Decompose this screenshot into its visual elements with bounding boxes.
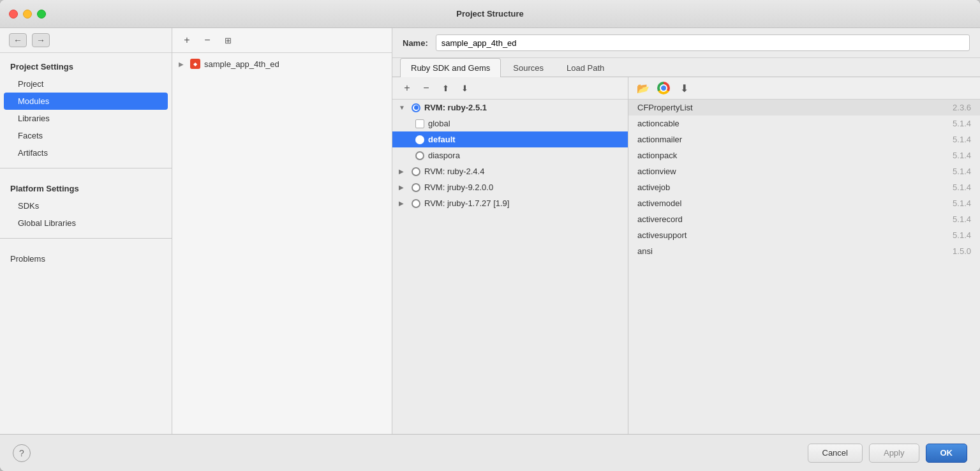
sdk-item-label: RVM: jruby-9.2.0.0: [424, 183, 621, 192]
sdk-item-label: RVM: jruby-1.7.27 [1.9]: [424, 198, 621, 208]
sdk-list-item[interactable]: ▶ RVM: ruby-2.4.4: [392, 163, 628, 179]
gem-version: 1.5.0: [953, 246, 971, 256]
gem-list-item[interactable]: actionview 5.1.4: [628, 163, 980, 179]
gem-name: activesupport: [637, 230, 949, 240]
gem-name: actionpack: [637, 151, 949, 160]
gem-name: CFPropertyList: [637, 103, 949, 112]
titlebar: Project Structure: [0, 0, 980, 28]
expand-icon: ▶: [399, 200, 408, 207]
download-icon: ⬇: [680, 82, 688, 94]
gem-list-item[interactable]: activejob 5.1.4: [628, 179, 980, 195]
gem-list-item[interactable]: ansi 1.5.0: [628, 243, 980, 259]
folder-open-icon: 📂: [637, 82, 650, 94]
sdk-list-item[interactable]: global: [392, 116, 628, 131]
main-window: Project Structure ← → Project Settings P…: [0, 0, 980, 471]
expand-icon: ▶: [399, 168, 408, 175]
gem-version: 5.1.4: [953, 198, 971, 208]
add-sdk-button[interactable]: +: [399, 81, 415, 95]
bottom-bar: ? Cancel Apply OK: [0, 434, 980, 471]
sdk-radio[interactable]: [412, 199, 420, 208]
add-module-button[interactable]: +: [179, 33, 195, 47]
sidebar: ← → Project Settings Project Modules Lib…: [0, 28, 172, 434]
move-up-sdk-button[interactable]: ⬆: [437, 81, 454, 95]
help-button[interactable]: ?: [13, 444, 31, 462]
sdk-radio[interactable]: [415, 151, 424, 160]
sidebar-divider: [0, 168, 172, 168]
gem-version: 5.1.4: [953, 135, 971, 144]
sdk-toolbar: + − ⬆ ⬇: [392, 77, 628, 100]
expand-icon: ▶: [399, 184, 408, 191]
gem-list-item[interactable]: actioncable 5.1.4: [628, 116, 980, 131]
chrome-button[interactable]: [655, 81, 672, 95]
gem-name: ansi: [637, 246, 949, 256]
gem-version: 5.1.4: [953, 119, 971, 128]
tab-load-path[interactable]: Load Path: [556, 58, 615, 77]
forward-button[interactable]: →: [32, 33, 50, 47]
sdk-list-item[interactable]: ▼ RVM: ruby-2.5.1: [392, 100, 628, 116]
gem-list-item[interactable]: CFPropertyList 2.3.6: [628, 100, 980, 116]
gem-list-item[interactable]: activerecord 5.1.4: [628, 211, 980, 227]
sidebar-item-modules[interactable]: Modules: [4, 93, 168, 110]
sdk-radio[interactable]: [412, 103, 420, 112]
content-area: + − ⊞ ▶ sample_app_4th_ed Name:: [172, 28, 980, 434]
maximize-button[interactable]: [37, 10, 46, 19]
tab-sources[interactable]: Sources: [502, 58, 554, 77]
module-tree-label: sample_app_4th_ed: [204, 59, 279, 69]
sidebar-item-project[interactable]: Project: [0, 75, 172, 93]
tree-arrow-icon: ▶: [179, 61, 186, 68]
close-button[interactable]: [9, 10, 18, 19]
tabs-bar: Ruby SDK and Gems Sources Load Path: [392, 58, 980, 77]
gem-name: activemodel: [637, 198, 949, 208]
bottom-actions: Cancel Apply OK: [808, 444, 968, 463]
sidebar-nav: ← →: [0, 28, 172, 53]
tree-toolbar: + − ⊞: [172, 28, 392, 53]
name-input[interactable]: [436, 34, 970, 51]
gem-name: actionview: [637, 167, 949, 176]
sdk-radio[interactable]: [412, 167, 420, 176]
gems-right-toolbar: 📂 ⬇: [628, 77, 980, 100]
ok-button[interactable]: OK: [926, 444, 968, 463]
tab-ruby-sdk[interactable]: Ruby SDK and Gems: [400, 58, 501, 77]
module-tree-item[interactable]: ▶ sample_app_4th_ed: [172, 56, 392, 72]
sidebar-item-artifacts[interactable]: Artifacts: [0, 144, 172, 161]
open-folder-button[interactable]: 📂: [635, 81, 651, 95]
sdk-checkbox[interactable]: [415, 119, 424, 128]
module-icon: [190, 59, 200, 69]
sdk-list-item-selected[interactable]: default: [392, 131, 628, 147]
apply-button[interactable]: Apply: [869, 444, 919, 463]
gems-panel: + − ⬆ ⬇ ▼ RVM: ruby-2.5.1: [392, 77, 980, 434]
gem-name: activerecord: [637, 214, 949, 224]
minimize-button[interactable]: [23, 10, 32, 19]
sidebar-item-libraries[interactable]: Libraries: [0, 110, 172, 127]
gem-list-item[interactable]: activesupport 5.1.4: [628, 227, 980, 243]
sidebar-divider-2: [0, 238, 172, 239]
remove-sdk-button[interactable]: −: [418, 81, 434, 95]
sdk-item-label: default: [428, 135, 621, 144]
sdk-item-label: diaspora: [428, 151, 621, 160]
cancel-button[interactable]: Cancel: [808, 444, 863, 463]
main-content: ← → Project Settings Project Modules Lib…: [0, 28, 980, 434]
sidebar-item-facets[interactable]: Facets: [0, 127, 172, 144]
sidebar-item-sdks[interactable]: SDKs: [0, 197, 172, 214]
gem-list-item[interactable]: activemodel 5.1.4: [628, 195, 980, 211]
sdk-radio[interactable]: [412, 183, 420, 192]
gem-version: 2.3.6: [953, 103, 971, 112]
remove-module-button[interactable]: −: [199, 33, 216, 47]
download-gem-button[interactable]: ⬇: [676, 81, 692, 95]
sidebar-item-global-libraries[interactable]: Global Libraries: [0, 214, 172, 232]
gem-list-item[interactable]: actionmailer 5.1.4: [628, 131, 980, 147]
move-down-sdk-button[interactable]: ⬇: [456, 81, 473, 95]
sidebar-item-problems[interactable]: Problems: [0, 245, 172, 267]
copy-module-button[interactable]: ⊞: [219, 33, 236, 47]
module-tree-panel: + − ⊞ ▶ sample_app_4th_ed: [172, 28, 392, 434]
traffic-lights: [9, 10, 46, 19]
sdk-list-item[interactable]: diaspora: [392, 147, 628, 163]
gem-list-item[interactable]: actionpack 5.1.4: [628, 147, 980, 163]
sdk-radio[interactable]: [415, 135, 424, 144]
back-button[interactable]: ←: [9, 33, 27, 47]
platform-settings-heading: Platform Settings: [0, 175, 172, 197]
project-settings-heading: Project Settings: [0, 53, 172, 75]
sdk-list-item[interactable]: ▶ RVM: jruby-9.2.0.0: [392, 179, 628, 195]
sdk-list-item[interactable]: ▶ RVM: jruby-1.7.27 [1.9]: [392, 195, 628, 211]
sdk-item-label: RVM: ruby-2.5.1: [424, 103, 621, 112]
